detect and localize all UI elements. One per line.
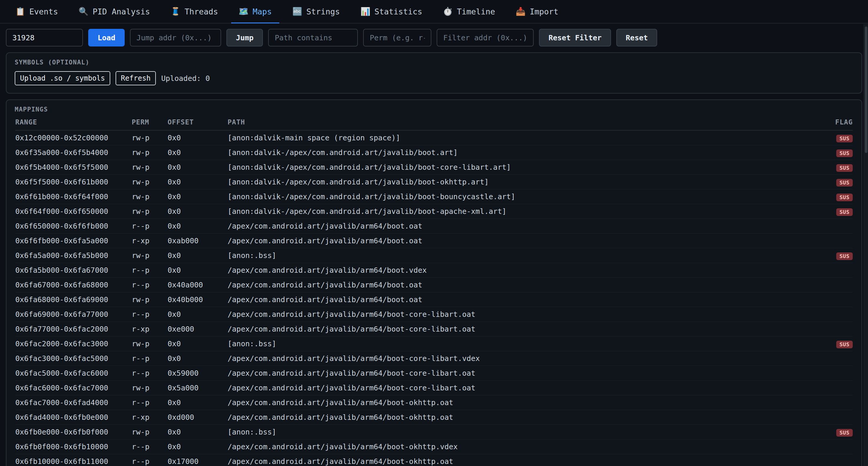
mapping-row[interactable]: 0x6f6fb000-0x6fa5a000 r-xp 0xab000 /apex… <box>15 234 853 248</box>
row-offset: 0x0 <box>167 354 227 363</box>
import-icon: 📥 <box>516 7 526 16</box>
row-perm: r--p <box>132 442 167 451</box>
mapping-row[interactable]: 0x6f61b000-0x6f64f000 rw-p 0x0 [anon:dal… <box>15 190 853 204</box>
vertical-scrollbar[interactable] <box>864 24 868 466</box>
row-perm: rw-p <box>132 148 167 157</box>
row-offset: 0xd000 <box>167 413 227 421</box>
load-button[interactable]: Load <box>88 29 125 47</box>
tab-timeline[interactable]: ⏱️ Timeline <box>435 0 503 23</box>
perm-filter-input[interactable] <box>363 29 431 47</box>
jump-addr-input[interactable] <box>130 29 221 47</box>
pid-input[interactable] <box>6 29 83 47</box>
mapping-row[interactable]: 0x6f64f000-0x6f650000 rw-p 0x0 [anon:dal… <box>15 204 853 219</box>
pid-analysis-icon: 🔍 <box>79 7 89 16</box>
row-path: [anon:dalvik-/apex/com.android.art/javal… <box>227 207 811 216</box>
mapping-row[interactable]: 0x6fa77000-0x6fac2000 r-xp 0xe000 /apex/… <box>15 322 853 337</box>
row-offset: 0x0 <box>167 310 227 319</box>
mapping-row[interactable]: 0x6fa67000-0x6fa68000 r--p 0x40a000 /ape… <box>15 278 853 292</box>
row-offset: 0x0 <box>167 266 227 274</box>
row-flag: SUS <box>811 163 853 172</box>
tab-label: PID Analysis <box>93 7 150 16</box>
uploaded-count-text: Uploaded: 0 <box>161 74 210 83</box>
mapping-row[interactable]: 0x6fa68000-0x6fa69000 rw-p 0x40b000 /ape… <box>15 292 853 307</box>
tab-import[interactable]: 📥 Import <box>508 0 566 23</box>
row-range: 0x12c00000-0x52c00000 <box>15 134 132 142</box>
row-range: 0x6fa77000-0x6fac2000 <box>15 325 132 333</box>
mapping-row[interactable]: 0x6fa5b000-0x6fa67000 r--p 0x0 /apex/com… <box>15 263 853 278</box>
tab-statistics[interactable]: 📊 Statistics <box>353 0 430 23</box>
mapping-row[interactable]: 0x6f650000-0x6f6fb000 r--p 0x0 /apex/com… <box>15 219 853 234</box>
mappings-panel-title: MAPPINGS <box>6 100 862 113</box>
tab-label: Import <box>530 7 558 16</box>
row-perm: rw-p <box>132 384 167 392</box>
mapping-row[interactable]: 0x6f5b4000-0x6f5f5000 rw-p 0x0 [anon:dal… <box>15 160 853 175</box>
tab-label: Strings <box>306 7 340 16</box>
row-path: /apex/com.android.art/javalib/arm64/boot… <box>227 222 811 230</box>
col-header-path: PATH <box>227 118 811 126</box>
sus-badge: SUS <box>836 194 853 201</box>
row-perm: r--p <box>132 457 167 466</box>
mapping-row[interactable]: 0x6fad4000-0x6fb0e000 r-xp 0xd000 /apex/… <box>15 410 853 425</box>
row-offset: 0x0 <box>167 222 227 230</box>
row-range: 0x6fa67000-0x6fa68000 <box>15 281 132 289</box>
row-path: /apex/com.android.art/javalib/arm64/boot… <box>227 354 811 363</box>
mapping-row[interactable]: 0x6fac6000-0x6fac7000 rw-p 0x5a000 /apex… <box>15 381 853 396</box>
top-nav: 📋 Events 🔍 PID Analysis 🧵 Threads 🗺️ Map… <box>0 0 868 24</box>
mappings-rows: 0x12c00000-0x52c00000 rw-p 0x0 [anon:dal… <box>15 130 853 466</box>
row-path: /apex/com.android.art/javalib/arm64/boot… <box>227 398 811 407</box>
tab-label: Events <box>29 7 58 16</box>
path-contains-input[interactable] <box>268 29 358 47</box>
row-path: [anon:.bss] <box>227 251 811 260</box>
sus-badge: SUS <box>836 341 853 348</box>
mapping-row[interactable]: 0x6fa5a000-0x6fa5b000 rw-p 0x0 [anon:.bs… <box>15 248 853 263</box>
tab-strings[interactable]: 🔤 Strings <box>285 0 347 23</box>
row-range: 0x6fad4000-0x6fb0e000 <box>15 413 132 421</box>
row-offset: 0xab000 <box>167 236 227 245</box>
tab-pid-analysis[interactable]: 🔍 PID Analysis <box>71 0 158 23</box>
row-perm: r--p <box>132 354 167 363</box>
scrollbar-thumb[interactable] <box>865 27 867 153</box>
mapping-row[interactable]: 0x12c00000-0x52c00000 rw-p 0x0 [anon:dal… <box>15 130 853 145</box>
row-path: /apex/com.android.art/javalib/arm64/boot… <box>227 442 811 451</box>
row-perm: rw-p <box>132 163 167 172</box>
tab-maps[interactable]: 🗺️ Maps <box>231 0 280 23</box>
tab-threads[interactable]: 🧵 Threads <box>163 0 226 23</box>
tab-events[interactable]: 📋 Events <box>8 0 66 23</box>
symbols-panel: SYMBOLS (OPTIONAL) Upload .so / symbols … <box>6 52 862 93</box>
mapping-row[interactable]: 0x6f35a000-0x6f5b4000 rw-p 0x0 [anon:dal… <box>15 145 853 160</box>
jump-button[interactable]: Jump <box>226 29 263 47</box>
mapping-row[interactable]: 0x6fac3000-0x6fac5000 r--p 0x0 /apex/com… <box>15 351 853 366</box>
row-range: 0x6fa5b000-0x6fa67000 <box>15 266 132 274</box>
mapping-row[interactable]: 0x6fac5000-0x6fac6000 r--p 0x59000 /apex… <box>15 366 853 381</box>
tab-label: Maps <box>253 7 272 16</box>
mapping-row[interactable]: 0x6fb10000-0x6fb11000 r--p 0x17000 /apex… <box>15 454 853 466</box>
symbols-panel-title: SYMBOLS (OPTIONAL) <box>6 53 862 66</box>
mapping-row[interactable]: 0x6fb0f000-0x6fb10000 r--p 0x0 /apex/com… <box>15 439 853 454</box>
mappings-panel: MAPPINGS RANGE PERM OFFSET PATH FLAG 0x1… <box>6 99 862 466</box>
tab-label: Timeline <box>457 7 495 16</box>
row-path: /apex/com.android.art/javalib/arm64/boot… <box>227 384 811 392</box>
row-range: 0x6fa5a000-0x6fa5b000 <box>15 251 132 260</box>
row-range: 0x6f5f5000-0x6f61b000 <box>15 178 132 186</box>
row-flag: SUS <box>811 178 853 186</box>
mapping-row[interactable]: 0x6fb0e000-0x6fb0f000 rw-p 0x0 [anon:.bs… <box>15 425 853 439</box>
mapping-row[interactable]: 0x6fa69000-0x6fa77000 r--p 0x0 /apex/com… <box>15 307 853 322</box>
row-flag: SUS <box>811 148 853 157</box>
sus-badge: SUS <box>836 429 853 437</box>
maps-icon: 🗺️ <box>239 7 249 16</box>
row-offset: 0x0 <box>167 398 227 407</box>
mapping-row[interactable]: 0x6f5f5000-0x6f61b000 rw-p 0x0 [anon:dal… <box>15 175 853 190</box>
refresh-symbols-button[interactable]: Refresh <box>116 71 156 85</box>
row-perm: r--p <box>132 310 167 319</box>
filter-addr-input[interactable] <box>437 29 534 47</box>
row-perm: rw-p <box>132 134 167 142</box>
mapping-row[interactable]: 0x6fac7000-0x6fad4000 r--p 0x0 /apex/com… <box>15 396 853 410</box>
upload-symbols-button[interactable]: Upload .so / symbols <box>15 71 110 85</box>
row-range: 0x6fac5000-0x6fac6000 <box>15 369 132 377</box>
reset-filter-button[interactable]: Reset Filter <box>539 29 611 47</box>
row-perm: r--p <box>132 222 167 230</box>
row-offset: 0x40b000 <box>167 295 227 304</box>
mapping-row[interactable]: 0x6fac2000-0x6fac3000 rw-p 0x0 [anon:.bs… <box>15 337 853 351</box>
reset-button[interactable]: Reset <box>616 29 657 47</box>
row-range: 0x6fb0f000-0x6fb10000 <box>15 442 132 451</box>
